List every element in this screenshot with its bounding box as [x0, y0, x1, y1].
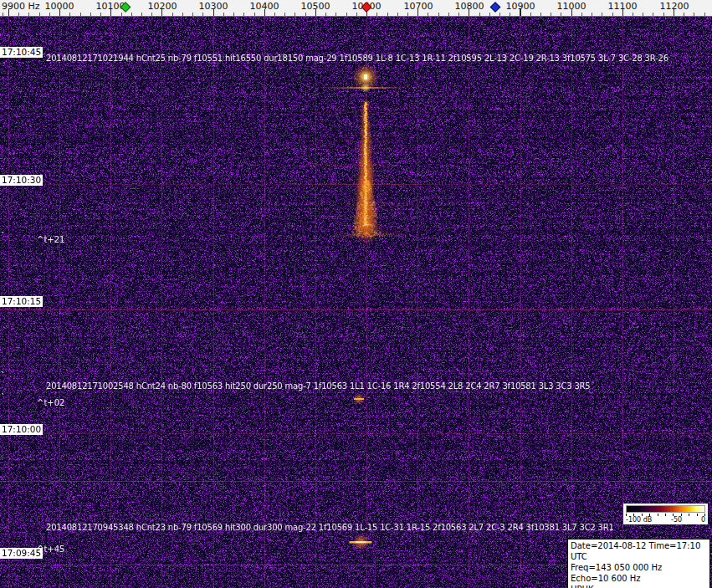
colorbar-label-min: -100 dB [626, 516, 652, 524]
freq-tick-label: 11100 [608, 1, 638, 12]
detection-annotation: 20140812170945348 hCnt23 nb-79 f10569 hi… [46, 523, 614, 532]
event-marker: ^t+45 [37, 545, 64, 554]
freq-tick-label: 11000 [557, 1, 587, 12]
detection-annotation: 20140812171021944 hCnt25 nb-79 f10551 hi… [46, 54, 668, 63]
detection-annotation: 20140812171002548 hCnt24 nb-80 f10563 hi… [46, 381, 591, 391]
colorbar-label-max: 0 [701, 516, 705, 524]
edge-tick: ` [1, 394, 6, 402]
db-colorbar: -100 dB -50 0 [623, 504, 708, 524]
freq-tick-label: 9900 Hz [2, 1, 40, 12]
freq-tick-label: 10500 [301, 1, 330, 12]
freq-tick-label: 10800 [455, 1, 484, 12]
edge-tick: ` [1, 233, 6, 241]
colorbar-label-mid: -50 [671, 516, 682, 524]
event-marker: ^t+02 [37, 398, 64, 407]
freq-tick-label: 10200 [148, 1, 177, 12]
time-label: 17:10:15 [0, 296, 43, 307]
colorbar-gradient [626, 505, 705, 513]
freq-tick-label: 10900 [506, 1, 535, 12]
time-label: 17:10:30 [0, 175, 43, 186]
freq-tick-label: 10700 [404, 1, 433, 12]
info-line-station: HPHK [571, 584, 707, 588]
freq-tick-label: 10000 [45, 1, 74, 12]
event-marker: ^t+21 [37, 235, 64, 244]
status-info-box: Date=2014-08-12 Time=17:10 UTC Freq=143 … [567, 539, 710, 588]
info-line-echo: Echo=10 600 Hz [571, 573, 707, 584]
freq-tick-label: 10400 [250, 1, 279, 12]
time-label: 17:10:45 [0, 47, 43, 58]
freq-tick-label: 11200 [660, 1, 689, 12]
spectrogram-canvas[interactable] [0, 17, 712, 588]
edge-tick: ` [1, 372, 6, 381]
frequency-ruler: 9900 Hz 10000 10100 10200 10300 10400 10… [0, 0, 712, 17]
info-line-date: Date=2014-08-12 Time=17:10 UTC [571, 540, 707, 562]
spectrogram-window: 9900 Hz 10000 10100 10200 10300 10400 10… [0, 0, 712, 588]
freq-tick-label: 10300 [199, 1, 228, 12]
info-line-freq: Freq=143 050 000 Hz [571, 562, 707, 573]
time-label: 17:10:00 [0, 424, 43, 435]
